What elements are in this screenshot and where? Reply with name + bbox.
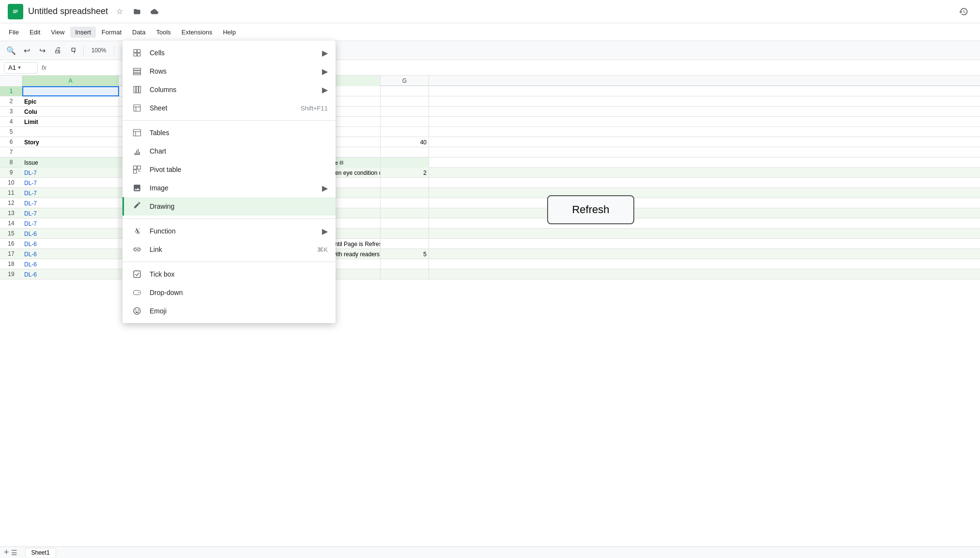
menu-help[interactable]: Help xyxy=(218,27,241,38)
cell-g12[interactable] xyxy=(381,198,429,208)
zoom-button[interactable]: 100% xyxy=(87,44,111,57)
add-sheet-button[interactable]: + xyxy=(4,547,9,558)
menu-option-tickbox[interactable]: Tick box xyxy=(122,265,336,283)
cell-a5[interactable] xyxy=(22,127,119,137)
spreadsheet-title: Untitled spreadsheet xyxy=(28,6,108,16)
cell-a3[interactable]: Colu xyxy=(22,107,119,117)
cell-a6[interactable]: Story xyxy=(22,137,119,147)
refresh-button-label: Refresh xyxy=(572,203,609,216)
col-header-g[interactable]: G xyxy=(381,76,429,86)
tables-label: Tables xyxy=(150,129,328,137)
cell-a9[interactable]: DL-7 xyxy=(22,168,119,178)
menu-option-function[interactable]: Function ▶ xyxy=(122,222,336,240)
divider-1 xyxy=(83,46,84,55)
svg-rect-14 xyxy=(139,86,141,93)
menu-option-drawing[interactable]: Drawing xyxy=(122,197,336,216)
cell-a10[interactable]: DL-7 xyxy=(22,178,119,188)
menu-option-image[interactable]: Image ▶ xyxy=(122,179,336,197)
row-num-5: 5 xyxy=(0,127,22,137)
cell-a17[interactable]: DL-6 xyxy=(22,249,119,259)
pivot-icon xyxy=(130,165,144,174)
cell-a13[interactable]: DL-7 xyxy=(22,208,119,218)
cell-a14[interactable]: DL-7 xyxy=(22,218,119,229)
svg-rect-8 xyxy=(138,53,140,56)
cell-a4[interactable]: Limit xyxy=(22,117,119,127)
cloud-button[interactable] xyxy=(148,5,161,18)
menu-file[interactable]: File xyxy=(4,27,24,38)
menu-option-dropdown[interactable]: Drop-down xyxy=(122,283,336,302)
cell-g18[interactable] xyxy=(381,259,429,269)
cell-a7[interactable] xyxy=(22,147,119,157)
cell-g7[interactable] xyxy=(381,147,429,157)
cell-g1[interactable] xyxy=(381,86,429,96)
sheet-menu-button[interactable]: ☰ xyxy=(11,549,17,557)
cells-label: Cells xyxy=(150,49,322,57)
cell-g16[interactable] xyxy=(381,239,429,249)
sheet-tab-1[interactable]: Sheet1 xyxy=(25,548,56,557)
menu-option-tables[interactable]: Tables xyxy=(122,124,336,142)
menu-view[interactable]: View xyxy=(46,27,69,38)
cell-a16[interactable]: DL-6 xyxy=(22,239,119,249)
history-button[interactable] xyxy=(955,3,972,20)
cell-g13[interactable] xyxy=(381,208,429,218)
menu-option-pivot[interactable]: Pivot table xyxy=(122,160,336,179)
menu-extensions[interactable]: Extensions xyxy=(177,27,217,38)
cell-g11[interactable] xyxy=(381,188,429,198)
cell-g9[interactable]: 2 xyxy=(381,168,429,178)
menu-format[interactable]: Format xyxy=(97,27,126,38)
rows-arrow: ▶ xyxy=(322,67,328,76)
redo-button[interactable]: ↪ xyxy=(35,44,49,57)
menu-option-emoji[interactable]: Emoji xyxy=(122,302,336,320)
svg-rect-13 xyxy=(137,86,138,93)
folder-button[interactable] xyxy=(130,5,144,18)
row-num-6: 6 xyxy=(0,137,22,147)
cell-g5[interactable] xyxy=(381,127,429,137)
menu-option-cells[interactable]: Cells ▶ xyxy=(122,44,336,62)
menu-option-link[interactable]: Link ⌘K xyxy=(122,240,336,259)
cell-g19[interactable] xyxy=(381,269,429,279)
menu-option-columns[interactable]: Columns ▶ xyxy=(122,80,336,99)
menu-tools[interactable]: Tools xyxy=(151,27,175,38)
cell-reference[interactable]: A1 ▼ xyxy=(4,62,38,74)
refresh-button[interactable]: Refresh xyxy=(547,195,634,224)
cell-g17[interactable]: 5 xyxy=(381,249,429,259)
svg-rect-12 xyxy=(134,86,136,93)
menu-divider-1 xyxy=(122,120,336,121)
menu-option-rows[interactable]: Rows ▶ xyxy=(122,62,336,80)
print-button[interactable]: 🖨 xyxy=(50,44,65,57)
paint-format-button[interactable] xyxy=(66,44,80,57)
cell-g6[interactable]: 40 xyxy=(381,137,429,147)
svg-rect-5 xyxy=(134,49,137,52)
columns-arrow: ▶ xyxy=(322,85,328,94)
cell-a18[interactable]: DL-6 xyxy=(22,259,119,269)
cell-a1[interactable] xyxy=(22,86,119,96)
cell-a15[interactable]: DL-6 xyxy=(22,229,119,239)
undo-button[interactable]: ↩ xyxy=(19,44,34,57)
cell-g2[interactable] xyxy=(381,96,429,107)
cell-a11[interactable]: DL-7 xyxy=(22,188,119,198)
menu-edit[interactable]: Edit xyxy=(25,27,45,38)
link-icon xyxy=(130,245,144,254)
menu-insert[interactable]: Insert xyxy=(70,27,96,38)
cell-g15[interactable] xyxy=(381,229,429,239)
menu-option-sheet[interactable]: Sheet Shift+F11 xyxy=(122,99,336,117)
menu-data[interactable]: Data xyxy=(127,27,150,38)
cell-g3[interactable] xyxy=(381,107,429,117)
svg-rect-1 xyxy=(13,10,18,10)
cell-g10[interactable] xyxy=(381,178,429,188)
col-header-a[interactable]: A xyxy=(22,76,119,86)
menu-option-chart[interactable]: Chart xyxy=(122,142,336,160)
star-button[interactable]: ☆ xyxy=(113,5,126,18)
row-num-15: 15 xyxy=(0,229,22,239)
search-button[interactable]: 🔍 xyxy=(4,44,18,57)
cell-g8[interactable] xyxy=(381,157,429,168)
cell-g4[interactable] xyxy=(381,117,429,127)
cell-ref-dropdown[interactable]: ▼ xyxy=(17,65,22,70)
cell-g14[interactable] xyxy=(381,218,429,229)
cell-a19[interactable]: DL-6 xyxy=(22,269,119,279)
cells-icon xyxy=(130,48,144,57)
cell-a12[interactable]: DL-7 xyxy=(22,198,119,208)
sheet-label: Sheet xyxy=(150,104,301,112)
cell-a8[interactable]: Issue xyxy=(22,157,119,168)
cell-a2[interactable]: Epic xyxy=(22,96,119,107)
